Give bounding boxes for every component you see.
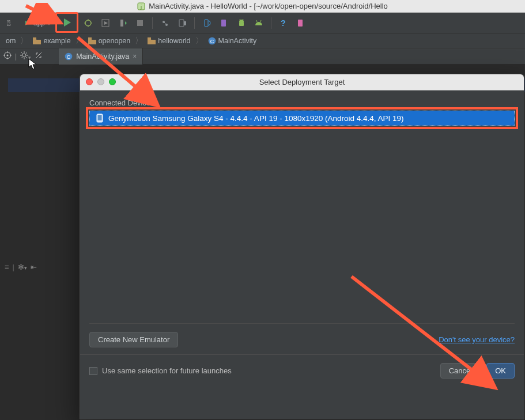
class-icon: C: [208, 37, 216, 45]
svg-marker-5: [64, 18, 71, 27]
checkbox-label: Use same selection for future launches: [102, 366, 232, 375]
collapse-icon[interactable]: ⇤: [31, 263, 37, 271]
separator: [194, 17, 195, 29]
svg-line-25: [256, 20, 257, 22]
separator: [152, 17, 153, 29]
device-pink-icon[interactable]: [293, 16, 308, 31]
attach-debugger-button[interactable]: [115, 16, 130, 31]
crumb-label: openopen: [99, 37, 131, 45]
run-button[interactable]: [55, 12, 78, 33]
device-label: Genymotion Samsung Galaxy S4 - 4.4.4 - A…: [108, 114, 404, 123]
connected-devices-label: Connected Devices: [89, 99, 515, 107]
svg-line-46: [26, 57, 27, 58]
folder-icon: [88, 37, 96, 44]
window-traffic-lights: [86, 78, 116, 85]
target-icon[interactable]: [3, 51, 12, 61]
svg-rect-19: [184, 21, 186, 25]
window-title-bar: j MainActivity.java - HelloWorld - [~/wo…: [0, 0, 525, 13]
folder-icon: [148, 37, 156, 44]
svg-text:C: C: [210, 38, 214, 44]
svg-line-47: [26, 52, 27, 54]
crumb-mainactivity[interactable]: C MainActivity: [206, 37, 259, 45]
svg-text:?: ?: [281, 18, 286, 28]
device-list[interactable]: Genymotion Samsung Galaxy S4 - 4.4.4 - A…: [89, 111, 515, 324]
crumb-label: helloworld: [158, 37, 190, 45]
crumb-om[interactable]: om: [3, 37, 18, 45]
phone-icon: [96, 113, 104, 123]
help-button[interactable]: ?: [276, 16, 291, 31]
maximize-window-icon[interactable]: [109, 78, 116, 85]
minimize-window-icon[interactable]: [97, 78, 104, 85]
close-window-icon[interactable]: [86, 78, 93, 85]
sdk-manager-button[interactable]: [199, 16, 214, 31]
deployment-target-dialog: Select Deployment Target Connected Devic…: [80, 74, 524, 419]
dialog-title-bar: Select Deployment Target: [80, 74, 524, 90]
checkbox-icon: [89, 367, 97, 375]
editor-tab-label: MainActivity.java: [76, 52, 129, 60]
svg-rect-13: [120, 20, 123, 27]
svg-line-48: [21, 57, 22, 58]
chevron-right-icon: 〉: [74, 36, 85, 46]
stop-button[interactable]: [133, 16, 148, 31]
svg-marker-12: [104, 21, 108, 25]
debug-button[interactable]: [81, 16, 96, 31]
crumb-helloworld[interactable]: helloworld: [145, 37, 192, 45]
device-monitor-button[interactable]: [217, 16, 232, 31]
class-icon: C: [65, 52, 73, 60]
dialog-separator: [80, 354, 524, 355]
dont-see-device-link[interactable]: Don't see your device?: [439, 335, 515, 344]
svg-rect-18: [179, 20, 184, 27]
use-same-selection-checkbox[interactable]: Use same selection for future launches: [89, 366, 232, 375]
svg-point-35: [7, 55, 9, 56]
crumb-label: MainActivity: [218, 37, 257, 45]
avd-manager-button[interactable]: [175, 16, 190, 31]
svg-marker-4: [25, 21, 29, 25]
svg-point-6: [85, 20, 91, 26]
gear-icon[interactable]: ✻▾: [18, 263, 27, 271]
window-title: MainActivity.java - HelloWorld - [~/work…: [149, 2, 388, 10]
svg-line-26: [260, 20, 261, 22]
mouse-cursor-icon: [28, 58, 39, 71]
cancel-button[interactable]: Cancel: [440, 363, 481, 379]
svg-rect-29: [33, 37, 36, 39]
create-new-emulator-button[interactable]: Create New Emulator: [89, 332, 178, 347]
close-tab-icon[interactable]: ×: [133, 52, 137, 60]
device-row-selected[interactable]: Genymotion Samsung Galaxy S4 - 4.4.4 - A…: [89, 111, 515, 126]
editor-subbar: | ▾ C MainActivity.java ×: [0, 48, 525, 65]
crumb-label: example: [43, 37, 70, 45]
svg-rect-28: [298, 20, 303, 27]
sync-gradle-button[interactable]: [157, 16, 172, 31]
run-config-label: app: [33, 19, 45, 27]
svg-marker-14: [125, 21, 127, 25]
crumb-example[interactable]: example: [31, 37, 73, 45]
separator: [271, 17, 271, 29]
svg-text:j: j: [140, 3, 142, 9]
tool-window-minibar: ≡ | ✻▾ ⇤: [5, 263, 37, 271]
folder-icon: [33, 37, 41, 44]
android-icon[interactable]: [234, 16, 249, 31]
crumb-openopen[interactable]: openopen: [86, 37, 133, 45]
svg-rect-21: [221, 20, 226, 27]
svg-text:10: 10: [7, 23, 11, 27]
run-config-selector[interactable]: app ▾: [21, 17, 53, 29]
main-toolbar: 0110 app ▾ ?: [0, 13, 525, 33]
chevron-right-icon: 〉: [134, 36, 144, 46]
svg-rect-31: [148, 37, 151, 39]
svg-rect-20: [205, 20, 208, 27]
svg-rect-53: [98, 115, 102, 120]
android-head-icon[interactable]: [251, 16, 266, 31]
svg-line-45: [21, 52, 22, 54]
svg-text:C: C: [67, 54, 71, 59]
svg-point-40: [22, 54, 26, 57]
chevron-right-icon: 〉: [19, 36, 29, 46]
breadcrumb-bar: om 〉 example 〉 openopen 〉 helloworld 〉 C…: [0, 33, 525, 48]
binary-icon[interactable]: 0110: [3, 16, 18, 31]
svg-rect-22: [239, 22, 244, 26]
ok-button[interactable]: OK: [486, 363, 515, 379]
crumb-label: om: [6, 37, 16, 45]
java-file-icon: j: [137, 2, 145, 10]
stack-icon[interactable]: ≡: [5, 263, 9, 271]
editor-tab-mainactivity[interactable]: C MainActivity.java ×: [59, 48, 143, 65]
svg-rect-30: [88, 37, 92, 39]
profile-button[interactable]: [98, 16, 113, 31]
